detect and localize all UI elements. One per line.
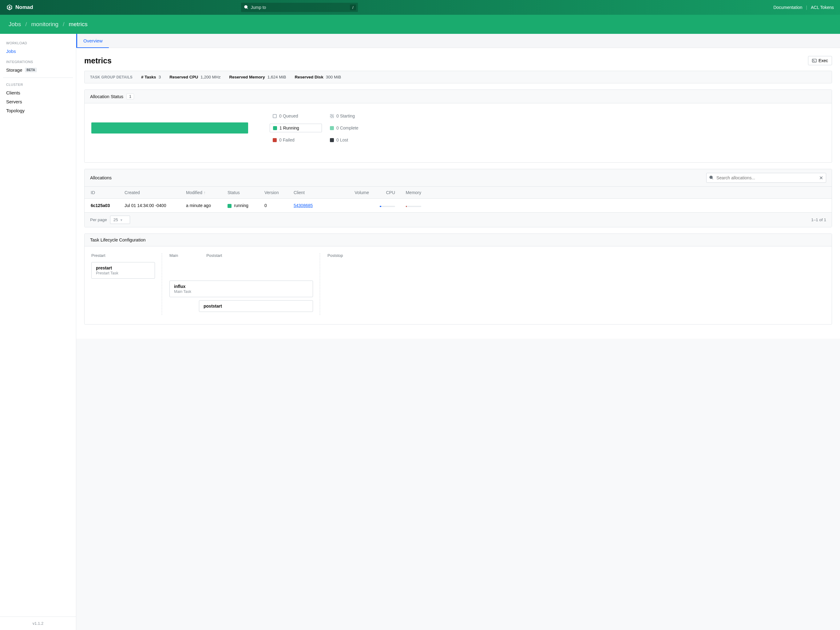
sidebar-item-storage[interactable]: Storage BETA [3, 65, 73, 74]
version-label: v1.1.2 [0, 616, 76, 626]
header-created[interactable]: Created [125, 190, 186, 195]
lifecycle-poststop-column: Poststop [327, 253, 825, 315]
allocation-status-title: Allocation Status [90, 94, 123, 99]
sidebar-item-topology[interactable]: Topology [3, 106, 73, 115]
cell-status: running [227, 203, 264, 208]
mem-label: Reserved Memory [229, 75, 265, 79]
lifecycle-head-prestart: Prestart [91, 253, 155, 258]
table-footer: Per page 25▼ 1–1 of 1 [85, 212, 832, 227]
breadcrumb-separator: / [25, 21, 27, 28]
lifecycle-head-main: Main [169, 253, 178, 258]
sidebar-item-jobs[interactable]: Jobs [3, 47, 73, 56]
search-icon [244, 5, 248, 9]
cpu-label: Reserved CPU [169, 75, 198, 79]
allocation-bar-chart[interactable] [91, 122, 248, 133]
sidebar-heading-workload: WORKLOAD [3, 40, 73, 47]
legend-running[interactable]: 1 Running [270, 123, 322, 132]
cell-client: 54308685 [294, 203, 346, 208]
header-id[interactable]: ID [91, 190, 125, 195]
brand-logo[interactable]: Nomad [6, 4, 33, 11]
lifecycle-card: Task Lifecycle Configuration Prestart pr… [84, 233, 832, 324]
header-client[interactable]: Client [294, 190, 346, 195]
per-page-select[interactable]: 25▼ [110, 216, 130, 224]
allocation-status-card: Allocation Status 1 0 Queued 0 Starting … [84, 90, 832, 163]
lifecycle-task-poststart[interactable]: poststart [199, 300, 313, 312]
allocations-title: Allocations [90, 175, 112, 180]
sidebar-item-servers[interactable]: Servers [3, 97, 73, 106]
table-row[interactable]: 6c125a03 Jul 01 14:34:00 -0400 a minute … [85, 199, 832, 212]
legend-queued[interactable]: 0 Queued [270, 112, 322, 120]
legend-starting[interactable]: 0 Starting [327, 112, 379, 120]
header-modified[interactable]: Modified↑ [186, 190, 227, 195]
sidebar-heading-cluster: CLUSTER [3, 81, 73, 88]
tab-bar: Overview [76, 34, 840, 48]
pagination-info: 1–1 of 1 [811, 217, 826, 222]
lifecycle-title: Task Lifecycle Configuration [90, 237, 146, 242]
tasks-label: # Tasks [141, 75, 156, 79]
strip-label: TASK GROUP DETAILS [90, 75, 133, 79]
allocations-card: Allocations ✕ ID Created Modified↑ Statu… [84, 169, 832, 227]
cell-memory [395, 203, 421, 208]
client-link[interactable]: 54308685 [294, 203, 313, 208]
memory-usage-bar [406, 206, 421, 207]
legend-lost[interactable]: 0 Lost [327, 136, 379, 144]
legend-complete[interactable]: 0 Complete [327, 123, 379, 132]
lifecycle-prestart-column: Prestart prestart Prestart Task [91, 253, 162, 315]
brand-name: Nomad [15, 4, 33, 11]
breadcrumb-current: metrics [69, 21, 87, 28]
breadcrumb-separator: / [63, 21, 64, 28]
acl-tokens-link[interactable]: ACL Tokens [811, 5, 834, 10]
header-volume[interactable]: Volume [346, 190, 369, 195]
sort-arrow-icon: ↑ [204, 190, 206, 195]
status-dot-icon [227, 204, 232, 208]
beta-badge: BETA [25, 68, 37, 72]
topbar-links: Documentation | ACL Tokens [773, 5, 834, 10]
exec-button[interactable]: Exec [808, 56, 832, 65]
disk-label: Reserved Disk [295, 75, 324, 79]
page-title: metrics [84, 56, 112, 65]
tasks-value: 3 [159, 75, 161, 79]
search-icon [709, 176, 714, 180]
chevron-down-icon: ▼ [120, 218, 123, 222]
breadcrumb-parent[interactable]: monitoring [31, 21, 58, 28]
search-shortcut-hint: / [350, 5, 356, 11]
header-memory[interactable]: Memory [395, 190, 421, 195]
top-navigation: Nomad / Documentation | ACL Tokens [0, 0, 840, 15]
lifecycle-task-prestart[interactable]: prestart Prestart Task [91, 262, 155, 279]
global-search: / [241, 3, 358, 12]
svg-rect-0 [812, 59, 816, 62]
per-page-label: Per page [90, 217, 107, 222]
lifecycle-main-column: Main Poststart influx Main Task poststar… [169, 253, 320, 315]
sidebar-item-clients[interactable]: Clients [3, 88, 73, 97]
swatch-complete [330, 126, 334, 130]
terminal-icon [812, 59, 816, 62]
breadcrumb: Jobs / monitoring / metrics [0, 15, 840, 34]
close-icon[interactable]: ✕ [819, 175, 823, 181]
breadcrumb-jobs[interactable]: Jobs [9, 21, 21, 28]
sidebar: WORKLOAD Jobs INTEGRATIONS Storage BETA … [0, 34, 76, 630]
legend-failed[interactable]: 0 Failed [270, 136, 322, 144]
header-version[interactable]: Version [264, 190, 294, 195]
cell-id: 6c125a03 [91, 203, 125, 208]
lifecycle-task-main[interactable]: influx Main Task [169, 280, 313, 297]
allocation-count-badge: 1 [126, 93, 134, 99]
task-group-details: TASK GROUP DETAILS # Tasks3 Reserved CPU… [84, 71, 832, 83]
allocations-search-input[interactable] [706, 173, 826, 183]
documentation-link[interactable]: Documentation [773, 5, 802, 10]
mem-value: 1,624 MiB [267, 75, 286, 79]
search-input[interactable] [241, 3, 358, 12]
nomad-icon [6, 4, 13, 11]
tab-overview[interactable]: Overview [77, 34, 109, 47]
disk-value: 300 MiB [326, 75, 341, 79]
swatch-starting [330, 114, 334, 118]
sidebar-heading-integrations: INTEGRATIONS [3, 58, 73, 65]
cell-version: 0 [264, 203, 294, 208]
main-content: Overview metrics Exec TASK GROUP DETAILS… [76, 34, 840, 630]
lifecycle-head-poststart: Poststart [206, 253, 222, 258]
header-status[interactable]: Status [227, 190, 264, 195]
lifecycle-head-poststop: Poststop [327, 253, 825, 258]
header-cpu[interactable]: CPU [369, 190, 395, 195]
cell-modified: a minute ago [186, 203, 227, 208]
sidebar-divider [3, 78, 73, 78]
swatch-queued [273, 114, 277, 118]
